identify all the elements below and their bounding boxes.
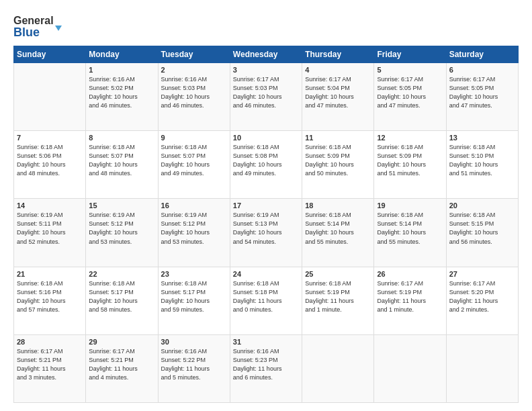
day-number: 13 <box>449 134 515 142</box>
day-cell: 19Sunrise: 6:18 AM Sunset: 5:14 PM Dayli… <box>374 199 446 267</box>
day-info: Sunrise: 6:16 AM Sunset: 5:22 PM Dayligh… <box>161 347 227 382</box>
day-info: Sunrise: 6:17 AM Sunset: 5:03 PM Dayligh… <box>233 75 299 110</box>
day-number: 28 <box>17 338 83 346</box>
logo-svg: General Blue <box>13 11 74 40</box>
day-info: Sunrise: 6:17 AM Sunset: 5:05 PM Dayligh… <box>377 75 443 110</box>
day-number: 7 <box>17 134 83 142</box>
day-number: 21 <box>17 270 83 278</box>
header-cell-tuesday: Tuesday <box>158 46 230 63</box>
day-number: 5 <box>377 66 443 74</box>
day-cell <box>374 334 446 402</box>
day-cell: 21Sunrise: 6:18 AM Sunset: 5:16 PM Dayli… <box>14 267 86 334</box>
day-number: 1 <box>89 66 154 74</box>
svg-text:Blue: Blue <box>13 26 40 39</box>
header-cell-wednesday: Wednesday <box>230 46 302 63</box>
day-number: 20 <box>449 201 515 210</box>
day-info: Sunrise: 6:16 AM Sunset: 5:03 PM Dayligh… <box>161 75 227 110</box>
day-cell: 2Sunrise: 6:16 AM Sunset: 5:03 PM Daylig… <box>158 63 230 131</box>
day-cell: 13Sunrise: 6:18 AM Sunset: 5:10 PM Dayli… <box>446 131 518 199</box>
day-cell: 9Sunrise: 6:18 AM Sunset: 5:07 PM Daylig… <box>158 131 230 199</box>
day-cell: 5Sunrise: 6:17 AM Sunset: 5:05 PM Daylig… <box>374 63 446 131</box>
day-info: Sunrise: 6:18 AM Sunset: 5:17 PM Dayligh… <box>89 279 154 314</box>
header-cell-sunday: Sunday <box>14 46 86 63</box>
day-cell: 27Sunrise: 6:17 AM Sunset: 5:20 PM Dayli… <box>446 267 518 334</box>
day-cell: 31Sunrise: 6:16 AM Sunset: 5:23 PM Dayli… <box>230 334 302 402</box>
day-number: 12 <box>377 134 443 142</box>
week-row-2: 14Sunrise: 6:19 AM Sunset: 5:11 PM Dayli… <box>14 199 519 267</box>
page: General Blue SundayMondayTuesdayWednesda… <box>0 0 532 411</box>
day-info: Sunrise: 6:18 AM Sunset: 5:14 PM Dayligh… <box>305 211 371 246</box>
day-cell: 7Sunrise: 6:18 AM Sunset: 5:06 PM Daylig… <box>14 131 86 199</box>
header: General Blue <box>13 11 519 40</box>
day-cell: 23Sunrise: 6:18 AM Sunset: 5:17 PM Dayli… <box>158 267 230 334</box>
day-info: Sunrise: 6:16 AM Sunset: 5:23 PM Dayligh… <box>233 347 299 382</box>
day-cell <box>446 334 518 402</box>
day-info: Sunrise: 6:18 AM Sunset: 5:15 PM Dayligh… <box>449 211 515 246</box>
day-info: Sunrise: 6:18 AM Sunset: 5:17 PM Dayligh… <box>161 279 227 314</box>
day-number: 29 <box>89 338 154 346</box>
day-number: 30 <box>161 338 227 346</box>
day-number: 3 <box>233 66 299 74</box>
day-info: Sunrise: 6:18 AM Sunset: 5:19 PM Dayligh… <box>305 279 371 314</box>
day-number: 10 <box>233 134 299 142</box>
day-info: Sunrise: 6:17 AM Sunset: 5:21 PM Dayligh… <box>17 347 83 382</box>
day-info: Sunrise: 6:17 AM Sunset: 5:04 PM Dayligh… <box>305 75 371 110</box>
day-number: 16 <box>161 201 227 210</box>
day-cell: 14Sunrise: 6:19 AM Sunset: 5:11 PM Dayli… <box>14 199 86 267</box>
day-number: 14 <box>17 201 83 210</box>
day-cell: 20Sunrise: 6:18 AM Sunset: 5:15 PM Dayli… <box>446 199 518 267</box>
day-cell: 1Sunrise: 6:16 AM Sunset: 5:02 PM Daylig… <box>86 63 158 131</box>
header-cell-friday: Friday <box>374 46 446 63</box>
day-info: Sunrise: 6:17 AM Sunset: 5:20 PM Dayligh… <box>449 279 515 314</box>
day-cell: 28Sunrise: 6:17 AM Sunset: 5:21 PM Dayli… <box>14 334 86 402</box>
day-info: Sunrise: 6:18 AM Sunset: 5:07 PM Dayligh… <box>161 143 227 178</box>
header-cell-saturday: Saturday <box>446 46 518 63</box>
day-number: 25 <box>305 270 371 278</box>
header-row: SundayMondayTuesdayWednesdayThursdayFrid… <box>14 46 519 63</box>
day-cell: 29Sunrise: 6:17 AM Sunset: 5:21 PM Dayli… <box>86 334 158 402</box>
day-number: 19 <box>377 201 443 210</box>
calendar-table: SundayMondayTuesdayWednesdayThursdayFrid… <box>13 46 519 403</box>
day-number: 27 <box>449 270 515 278</box>
day-info: Sunrise: 6:19 AM Sunset: 5:12 PM Dayligh… <box>161 211 227 246</box>
day-cell: 4Sunrise: 6:17 AM Sunset: 5:04 PM Daylig… <box>302 63 374 131</box>
day-number: 2 <box>161 66 227 74</box>
day-cell: 6Sunrise: 6:17 AM Sunset: 5:05 PM Daylig… <box>446 63 518 131</box>
day-cell: 26Sunrise: 6:17 AM Sunset: 5:19 PM Dayli… <box>374 267 446 334</box>
day-number: 11 <box>305 134 371 142</box>
day-number: 23 <box>161 270 227 278</box>
day-info: Sunrise: 6:18 AM Sunset: 5:10 PM Dayligh… <box>449 143 515 178</box>
day-number: 22 <box>89 270 154 278</box>
day-info: Sunrise: 6:17 AM Sunset: 5:21 PM Dayligh… <box>89 347 154 382</box>
day-cell: 25Sunrise: 6:18 AM Sunset: 5:19 PM Dayli… <box>302 267 374 334</box>
day-cell: 16Sunrise: 6:19 AM Sunset: 5:12 PM Dayli… <box>158 199 230 267</box>
day-cell: 11Sunrise: 6:18 AM Sunset: 5:09 PM Dayli… <box>302 131 374 199</box>
day-info: Sunrise: 6:18 AM Sunset: 5:18 PM Dayligh… <box>233 279 299 314</box>
day-number: 26 <box>377 270 443 278</box>
day-cell: 30Sunrise: 6:16 AM Sunset: 5:22 PM Dayli… <box>158 334 230 402</box>
day-number: 9 <box>161 134 227 142</box>
day-number: 8 <box>89 134 154 142</box>
week-row-0: 1Sunrise: 6:16 AM Sunset: 5:02 PM Daylig… <box>14 63 519 131</box>
week-row-3: 21Sunrise: 6:18 AM Sunset: 5:16 PM Dayli… <box>14 267 519 334</box>
svg-marker-2 <box>55 26 62 31</box>
day-info: Sunrise: 6:18 AM Sunset: 5:09 PM Dayligh… <box>305 143 371 178</box>
day-info: Sunrise: 6:19 AM Sunset: 5:12 PM Dayligh… <box>89 211 154 246</box>
day-info: Sunrise: 6:18 AM Sunset: 5:07 PM Dayligh… <box>89 143 154 178</box>
header-cell-thursday: Thursday <box>302 46 374 63</box>
day-cell: 17Sunrise: 6:19 AM Sunset: 5:13 PM Dayli… <box>230 199 302 267</box>
day-info: Sunrise: 6:18 AM Sunset: 5:08 PM Dayligh… <box>233 143 299 178</box>
day-cell: 15Sunrise: 6:19 AM Sunset: 5:12 PM Dayli… <box>86 199 158 267</box>
day-cell: 3Sunrise: 6:17 AM Sunset: 5:03 PM Daylig… <box>230 63 302 131</box>
day-cell: 18Sunrise: 6:18 AM Sunset: 5:14 PM Dayli… <box>302 199 374 267</box>
day-number: 6 <box>449 66 515 74</box>
day-cell: 10Sunrise: 6:18 AM Sunset: 5:08 PM Dayli… <box>230 131 302 199</box>
day-cell <box>302 334 374 402</box>
svg-text:General: General <box>13 15 54 26</box>
day-info: Sunrise: 6:18 AM Sunset: 5:16 PM Dayligh… <box>17 279 83 314</box>
day-info: Sunrise: 6:17 AM Sunset: 5:05 PM Dayligh… <box>449 75 515 110</box>
day-number: 24 <box>233 270 299 278</box>
header-cell-monday: Monday <box>86 46 158 63</box>
day-cell: 12Sunrise: 6:18 AM Sunset: 5:09 PM Dayli… <box>374 131 446 199</box>
day-cell: 24Sunrise: 6:18 AM Sunset: 5:18 PM Dayli… <box>230 267 302 334</box>
